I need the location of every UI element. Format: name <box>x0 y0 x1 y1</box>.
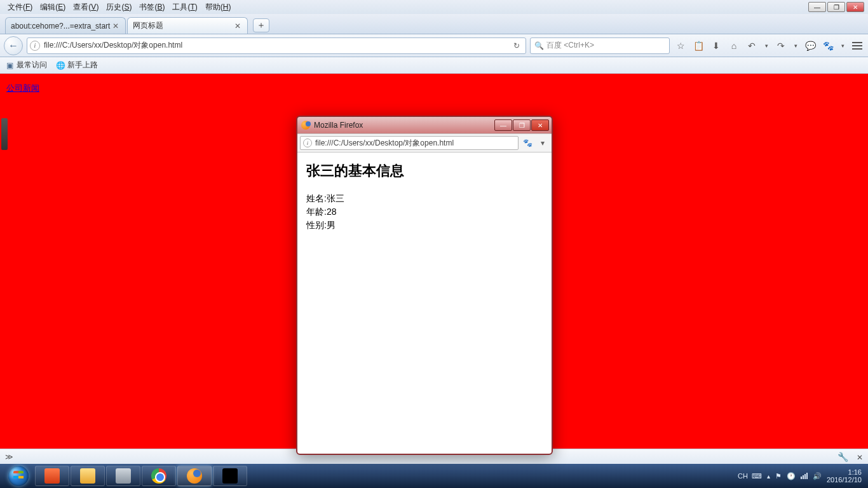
tab-about-cehome[interactable]: about:cehome?...=extra_start ✕ <box>5 17 126 34</box>
back-button[interactable]: ← <box>4 36 23 55</box>
window-restore-button[interactable]: ❐ <box>827 2 845 12</box>
popup-urlbar-row: i file:///C:/Users/xx/Desktop/对象open.htm… <box>297 133 552 152</box>
tab-close-button[interactable]: ✕ <box>111 22 120 30</box>
reload-icon: ↻ <box>513 41 520 50</box>
network-icon[interactable] <box>801 473 808 479</box>
bookmarks-toolbar: ▣ 最常访问 🌐 新手上路 <box>0 57 868 74</box>
company-news-link[interactable]: 公司新闻 <box>6 83 39 94</box>
firefox-menubar: 文件(F) 编辑(E) 查看(V) 历史(S) 书签(B) 工具(T) 帮助(H… <box>0 0 868 14</box>
popup-extension-button[interactable]: 🐾 <box>521 137 534 149</box>
bookmark-most-visited[interactable]: ▣ 最常访问 <box>5 60 47 71</box>
redo-dropdown[interactable]: ▾ <box>792 39 799 53</box>
bookmark-label: 新手上路 <box>67 60 98 71</box>
url-bar[interactable]: i file:///C:/Users/xx/Desktop/对象open.htm… <box>27 37 526 54</box>
tray-clock-icon[interactable]: 🕐 <box>787 472 796 480</box>
tray-expand-button[interactable]: ▴ <box>767 473 770 480</box>
taskbar-app-3[interactable] <box>106 466 140 486</box>
chevron-down-icon: ▾ <box>794 43 797 49</box>
popup-heading: 张三的基本信息 <box>306 161 543 180</box>
extension-button[interactable]: 🐾 <box>821 39 835 53</box>
search-bar[interactable]: 🔍 百度 <Ctrl+K> <box>530 37 670 54</box>
info-row-age: 年龄:28 <box>306 205 543 219</box>
bookmark-star-button[interactable]: ☆ <box>674 39 688 53</box>
addon-bar-toggle[interactable]: ≫ <box>5 452 13 461</box>
page-content: 公司新闻 Mozilla Firefox — ❐ ✕ i file:///C:/… <box>0 74 868 449</box>
taskbar-explorer[interactable] <box>71 466 105 486</box>
reload-button[interactable]: ↻ <box>510 41 523 50</box>
popup-extension-dropdown[interactable]: ▾ <box>536 137 549 149</box>
firefox-icon <box>301 121 310 130</box>
taskbar-app-1[interactable] <box>35 466 69 486</box>
tab-label: about:cehome?...=extra_start <box>11 22 111 30</box>
folder-icon <box>80 468 95 484</box>
ime-indicator[interactable]: CH <box>738 472 748 480</box>
redo-button[interactable]: ↷ <box>774 39 788 53</box>
tray-flag-icon[interactable]: ⚑ <box>775 472 782 480</box>
popup-title: Mozilla Firefox <box>314 121 494 130</box>
windows-taskbar: CH ⌨ ▴ ⚑ 🕐 🔊 1:16 2016/12/10 <box>0 464 868 488</box>
taskbar-chrome[interactable] <box>142 466 176 486</box>
start-button[interactable] <box>3 464 34 488</box>
close-icon: ✕ <box>853 4 858 11</box>
popup-minimize-button[interactable]: — <box>494 119 512 131</box>
window-minimize-button[interactable]: — <box>808 2 826 12</box>
volume-icon[interactable]: 🔊 <box>813 472 822 480</box>
tab-close-button[interactable]: ✕ <box>233 22 242 30</box>
popup-maximize-button[interactable]: ❐ <box>513 119 531 131</box>
url-text[interactable]: file:///C:/Users/xx/Desktop/对象open.html <box>44 40 510 51</box>
info-row-gender: 性别:男 <box>306 219 543 232</box>
menu-help[interactable]: 帮助(H) <box>201 2 235 13</box>
chat-icon: 💬 <box>805 41 816 51</box>
popup-titlebar[interactable]: Mozilla Firefox — ❐ ✕ <box>297 117 552 133</box>
app-menu-button[interactable] <box>850 39 864 53</box>
bookmark-getting-started[interactable]: 🌐 新手上路 <box>56 60 98 71</box>
window-close-button[interactable]: ✕ <box>846 2 864 12</box>
globe-icon: 🌐 <box>56 61 65 70</box>
chat-button[interactable]: 💬 <box>803 39 817 53</box>
downloads-button[interactable]: ⬇ <box>709 39 723 53</box>
home-button[interactable]: ⌂ <box>727 39 741 53</box>
star-icon: ☆ <box>677 41 685 51</box>
tab-strip: about:cehome?...=extra_start ✕ 网页标题 ✕ ＋ <box>0 14 868 34</box>
paw-icon: 🐾 <box>523 139 532 147</box>
paw-icon: 🐾 <box>823 41 834 51</box>
new-tab-button[interactable]: ＋ <box>253 18 269 32</box>
popup-url-bar[interactable]: i file:///C:/Users/xx/Desktop/对象open.htm… <box>300 136 519 150</box>
restore-icon: ❐ <box>834 4 839 11</box>
menu-view[interactable]: 查看(V) <box>69 2 102 13</box>
extension-dropdown[interactable]: ▾ <box>839 39 846 53</box>
addon-bar-close[interactable]: ✕ <box>857 453 863 462</box>
taskbar-clock[interactable]: 1:16 2016/12/10 <box>827 468 862 484</box>
close-icon: ✕ <box>112 22 119 30</box>
minimize-icon: — <box>500 122 506 129</box>
customize-button[interactable]: 🔧 <box>837 452 848 462</box>
maximize-icon: ❐ <box>519 122 525 129</box>
page-scroll-handle[interactable] <box>1 118 8 150</box>
taskbar-firefox[interactable] <box>177 466 212 486</box>
menu-history[interactable]: 历史(S) <box>102 2 135 13</box>
popup-close-button[interactable]: ✕ <box>531 119 549 131</box>
ime-menu-icon[interactable]: ⌨ <box>752 472 762 480</box>
home-icon: ⌂ <box>731 41 736 51</box>
site-info-icon[interactable]: i <box>303 139 312 147</box>
plus-icon: ＋ <box>257 20 266 31</box>
popup-url-text[interactable]: file:///C:/Users/xx/Desktop/对象open.html <box>315 138 454 149</box>
close-icon: ✕ <box>538 122 543 129</box>
tab-page-title[interactable]: 网页标题 ✕ <box>127 17 248 34</box>
redo-icon: ↷ <box>777 41 785 51</box>
bookmark-label: 最常访问 <box>17 60 47 71</box>
menu-file[interactable]: 文件(F) <box>4 2 36 13</box>
windows-orb-icon <box>8 466 29 486</box>
menu-bookmarks[interactable]: 书签(B) <box>135 2 168 13</box>
clock-date: 2016/12/10 <box>827 476 862 484</box>
undo-button[interactable]: ↶ <box>745 39 759 53</box>
menu-edit[interactable]: 编辑(E) <box>36 2 69 13</box>
chevron-down-icon: ▾ <box>765 43 768 49</box>
library-button[interactable]: 📋 <box>691 39 705 53</box>
menu-tools[interactable]: 工具(T) <box>168 2 201 13</box>
undo-dropdown[interactable]: ▾ <box>763 39 770 53</box>
taskbar-cmd[interactable] <box>213 466 247 486</box>
popup-page-content: 张三的基本信息 姓名:张三 年龄:28 性别:男 <box>297 152 552 454</box>
site-info-icon[interactable]: i <box>30 41 40 51</box>
chevron-down-icon: ▾ <box>841 43 844 49</box>
